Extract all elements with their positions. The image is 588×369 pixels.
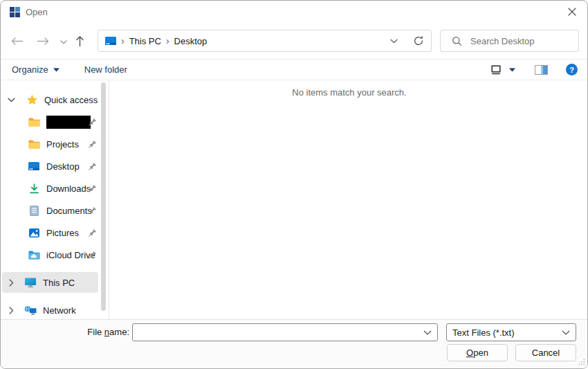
downloads-icon [27,183,41,194]
chevron-down-icon [562,330,570,335]
refresh-button[interactable] [413,35,424,46]
app-window-icon [10,7,20,17]
forward-button[interactable] [37,37,50,46]
new-folder-button[interactable]: New folder [84,64,127,75]
chevron-down-icon[interactable] [5,98,17,102]
sidebar-item-projects[interactable]: Projects [1,134,104,154]
star-icon [25,94,39,105]
sidebar-item-label: Documents [46,206,92,216]
breadcrumb-this-pc[interactable]: This PC [129,36,161,46]
search-input[interactable] [470,36,560,46]
breadcrumb-desktop[interactable]: Desktop [174,36,208,46]
dropdown-arrow-icon [53,68,59,72]
icloud-folder-icon [27,251,41,260]
file-list-area[interactable]: No items match your search. [110,80,588,319]
chevron-right-icon[interactable] [5,307,17,314]
sidebar-scrollbar[interactable] [101,82,106,311]
change-view-button[interactable] [491,65,515,75]
file-name-combobox[interactable] [132,323,438,341]
up-button[interactable] [75,35,84,47]
pin-icon [89,140,97,150]
chevron-down-icon [423,330,432,335]
dialog-footer: File name: Text Files (*.txt) Open Cance… [1,319,587,369]
sidebar-item-downloads[interactable]: Downloads [1,178,104,199]
sidebar-item-pictures[interactable]: Pictures [1,222,104,243]
dialog-body: Quick access Projects [1,80,587,319]
pictures-icon [27,228,41,237]
file-name-input[interactable] [133,324,423,341]
folder-icon [27,118,41,127]
sidebar-item-label: Projects [46,139,79,150]
sidebar-item-label: This PC [43,278,75,288]
sidebar-item-network[interactable]: Network [1,300,104,321]
organize-button[interactable]: Organize [12,64,59,75]
new-folder-label: New folder [84,64,127,75]
up-arrow-icon [75,35,84,47]
back-button[interactable] [10,37,24,46]
documents-icon [27,206,41,216]
network-icon [24,305,37,315]
close-icon [568,8,576,16]
sidebar-item-label: Quick access [44,95,98,105]
file-type-value: Text Files (*.txt) [452,327,515,338]
back-arrow-icon [10,37,24,46]
desktop-icon [27,162,41,170]
help-button[interactable]: ? [566,64,578,75]
pin-icon [89,206,97,217]
sidebar-item-label: Downloads [46,183,91,194]
search-box[interactable] [440,30,579,52]
empty-folder-message: No items match your search. [110,87,588,98]
chevron-right-icon[interactable] [5,279,17,287]
dropdown-arrow-icon [509,68,515,72]
command-bar: Organize New folder [1,59,587,80]
preview-pane-icon [535,65,548,75]
sidebar-item-documents[interactable]: Documents [1,200,104,221]
sidebar-item-desktop[interactable]: Desktop [1,156,104,177]
title-bar[interactable]: Open [1,1,587,23]
search-icon [452,36,462,46]
navigation-pane: Quick access Projects [1,80,109,319]
breadcrumb-separator: › [116,35,129,46]
desktop-location-icon [105,37,116,45]
open-file-dialog: Open [0,0,588,369]
breadcrumb-separator: › [161,35,174,46]
folder-icon [27,140,41,149]
chevron-down-icon [60,40,67,44]
address-bar[interactable]: › This PC › Desktop [98,30,432,52]
cancel-button[interactable]: Cancel [515,344,576,361]
open-button[interactable]: Open [447,344,508,361]
file-name-label: File name: [1,327,129,337]
address-dropdown-button[interactable] [390,39,398,44]
views-icon [491,65,502,75]
sidebar-item-label: Network [43,305,76,316]
chevron-down-icon [390,39,398,44]
pin-icon [89,228,97,239]
forward-arrow-icon [37,37,50,46]
recent-locations-button[interactable] [60,40,67,44]
resize-grip[interactable] [578,357,585,368]
window-title: Open [26,7,48,17]
preview-pane-button[interactable] [535,65,548,75]
refresh-icon [413,35,424,46]
sidebar-item-icloud-drive[interactable]: iCloud Drive [1,244,104,265]
file-type-dropdown[interactable]: Text Files (*.txt) [446,323,576,341]
pin-icon [89,162,97,172]
redacted-label [46,116,91,129]
sidebar-item-label: Desktop [46,161,80,172]
pin-icon [89,118,97,128]
sidebar-item-redacted-folder[interactable] [1,111,104,132]
sidebar-item-this-pc[interactable]: This PC [1,272,104,293]
sidebar-item-label: Pictures [46,228,79,238]
pin-icon [89,251,97,261]
help-icon: ? [569,66,574,74]
pin-icon [89,184,97,195]
this-pc-icon [24,278,37,287]
sidebar-item-quick-access[interactable]: Quick access [1,89,104,110]
close-button[interactable] [564,4,580,19]
organize-label: Organize [12,64,48,75]
navigation-bar: › This PC › Desktop [1,23,587,59]
